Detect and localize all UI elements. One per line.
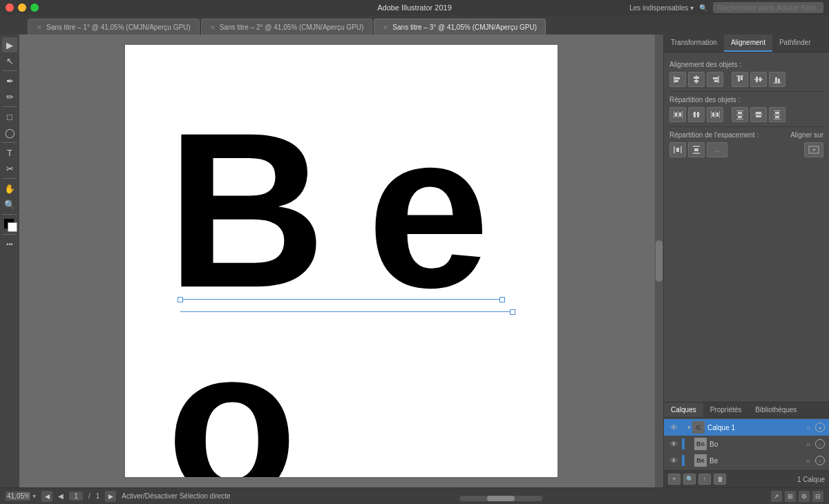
- layer-row-be[interactable]: 👁 Be Be ○ ○: [664, 452, 829, 469]
- align-bottom-btn[interactable]: [769, 72, 785, 87]
- layer-eye-calque1[interactable]: 👁: [668, 422, 679, 433]
- tab-1[interactable]: ✕ Sans titre – 1° @ 41,05% (CMJN/Aperçu …: [28, 19, 200, 35]
- dist-top-btn[interactable]: [732, 107, 748, 122]
- svg-rect-15: [741, 77, 743, 80]
- scissors-tool[interactable]: ✂: [2, 161, 17, 176]
- selection-tool[interactable]: ▶: [2, 37, 17, 52]
- handle-right-top: [499, 297, 505, 302]
- move-to-btn[interactable]: ↑: [698, 474, 711, 485]
- dist-right-btn[interactable]: [707, 107, 723, 122]
- svg-rect-44: [774, 115, 781, 115]
- dist-middle-v-btn[interactable]: [750, 107, 767, 122]
- align-right-btn[interactable]: [707, 72, 723, 87]
- dist-space-input[interactable]: ...: [707, 142, 727, 157]
- les-indispensables[interactable]: Les indispensables ▾: [629, 4, 694, 12]
- toolbar: ▶ ↖ ✒ ✏ □ ◯ T ✂ ✋ 🔍 •••: [0, 35, 19, 487]
- nav-next-btn[interactable]: ▶: [105, 491, 116, 502]
- app-title: Adobe Illustrator 2019: [377, 3, 452, 12]
- h-scrollbar-thumb[interactable]: [487, 496, 515, 501]
- letter-B-svg: B: [166, 86, 367, 300]
- svg-rect-23: [678, 111, 678, 118]
- layer-row-calque1[interactable]: 👁 ▾ C Calque 1 ○ ●: [664, 419, 829, 436]
- tool-separator-3: [2, 142, 17, 143]
- dist-center-h-btn[interactable]: [688, 107, 705, 122]
- arrange-btn[interactable]: ⊞: [785, 491, 796, 502]
- tab-calques[interactable]: Calques: [664, 403, 703, 417]
- layer-row-bo[interactable]: 👁 Bo Bo ○ ○: [664, 436, 829, 452]
- layer-target-calque1[interactable]: ●: [815, 423, 825, 432]
- magnifier-icon: 🔍: [699, 4, 707, 12]
- scrollbar-thumb[interactable]: [656, 240, 663, 282]
- dist-space-v-btn[interactable]: [688, 142, 705, 157]
- tab-pathfinder[interactable]: Pathfinder: [772, 35, 818, 52]
- align-center-h-btn[interactable]: [688, 72, 705, 87]
- pencil-tool[interactable]: ✏: [2, 89, 17, 104]
- svg-rect-35: [736, 110, 743, 111]
- layer-color-bo: [682, 438, 685, 449]
- page-input[interactable]: 1: [69, 492, 83, 501]
- search-input[interactable]: [713, 2, 823, 13]
- svg-rect-45: [774, 119, 781, 119]
- type-tool[interactable]: T: [2, 145, 17, 160]
- tab-close-2[interactable]: ✕: [210, 24, 216, 31]
- layer-lock-be[interactable]: ○: [803, 456, 813, 465]
- settings-btn[interactable]: ⚙: [799, 491, 810, 502]
- tab-close-3[interactable]: ✕: [383, 24, 388, 31]
- zoom-input[interactable]: 41,05%: [6, 492, 30, 501]
- split-btn[interactable]: ⊟: [812, 491, 823, 502]
- nav-prev-btn[interactable]: ◀: [41, 491, 53, 502]
- tab-2[interactable]: ✕ Sans titre – 2° @ 41,05% (CMJN/Aperçu …: [201, 19, 373, 35]
- search-layers-btn[interactable]: 🔍: [683, 474, 696, 485]
- tab-transformation[interactable]: Transformation: [664, 35, 724, 52]
- layer-target-bo[interactable]: ○: [815, 439, 825, 449]
- layer-expand-calque1[interactable]: ▾: [687, 424, 691, 431]
- layer-lock-bo[interactable]: ○: [803, 439, 813, 449]
- maximize-button[interactable]: [30, 3, 39, 12]
- tab-bibliotheques[interactable]: Bibliothèques: [748, 403, 803, 417]
- close-button[interactable]: [6, 3, 14, 12]
- tab-close-1[interactable]: ✕: [37, 24, 42, 31]
- align-top-btn[interactable]: [732, 72, 748, 87]
- alignment-content: Alignement des objets :: [664, 52, 829, 402]
- new-layer-btn[interactable]: +: [668, 474, 680, 485]
- fill-color[interactable]: [2, 217, 17, 232]
- distribute-objects-label: Répartition des objets :: [669, 96, 823, 104]
- svg-marker-55: [813, 148, 816, 151]
- dist-space-h-btn[interactable]: [669, 142, 686, 157]
- titlebar-right: Les indispensables ▾ 🔍: [629, 2, 823, 13]
- layers-panel: Calques Propriétés Bibliothèques 👁 ▾ C C…: [664, 402, 829, 487]
- layer-eye-bo[interactable]: 👁: [668, 438, 679, 449]
- rectangle-tool[interactable]: □: [2, 109, 17, 124]
- layer-target-be[interactable]: ○: [815, 456, 825, 465]
- direct-selection-tool[interactable]: ↖: [2, 53, 17, 68]
- tab-alignement[interactable]: Alignement: [724, 35, 772, 52]
- pen-tool[interactable]: ✒: [2, 73, 17, 88]
- expand-btn[interactable]: ↗: [771, 491, 782, 502]
- dist-bottom-btn[interactable]: [769, 107, 785, 122]
- zoom-tool[interactable]: 🔍: [2, 197, 17, 212]
- svg-rect-14: [738, 77, 740, 81]
- dist-left-btn[interactable]: [669, 107, 686, 122]
- svg-rect-17: [756, 77, 758, 82]
- layer-eye-be[interactable]: 👁: [668, 455, 679, 466]
- minimize-button[interactable]: [18, 3, 26, 12]
- svg-rect-27: [692, 114, 701, 115]
- align-left-btn[interactable]: [669, 72, 686, 87]
- hand-tool[interactable]: ✋: [2, 181, 17, 196]
- layer-lock-calque1[interactable]: ○: [803, 423, 813, 432]
- svg-rect-9: [694, 80, 698, 82]
- canvas-area[interactable]: B e o B: [19, 35, 663, 487]
- tab-3[interactable]: ✕ Sans titre – 3° @ 41,05% (CMJN/Aperçu …: [374, 19, 546, 35]
- zoom-chevron[interactable]: ▾: [32, 492, 36, 500]
- align-to-selection-btn[interactable]: [804, 142, 823, 157]
- ellipse-tool[interactable]: ◯: [2, 125, 17, 140]
- svg-rect-37: [736, 119, 743, 119]
- svg-rect-25: [675, 113, 677, 117]
- tool-separator-6: [2, 234, 17, 235]
- tab-proprietes[interactable]: Propriétés: [703, 403, 749, 417]
- more-tools[interactable]: •••: [2, 237, 17, 252]
- h-scrollbar[interactable]: [459, 496, 542, 501]
- canvas-scrollbar[interactable]: [655, 35, 663, 487]
- delete-layer-btn[interactable]: 🗑: [714, 474, 726, 485]
- align-middle-v-btn[interactable]: [750, 72, 767, 87]
